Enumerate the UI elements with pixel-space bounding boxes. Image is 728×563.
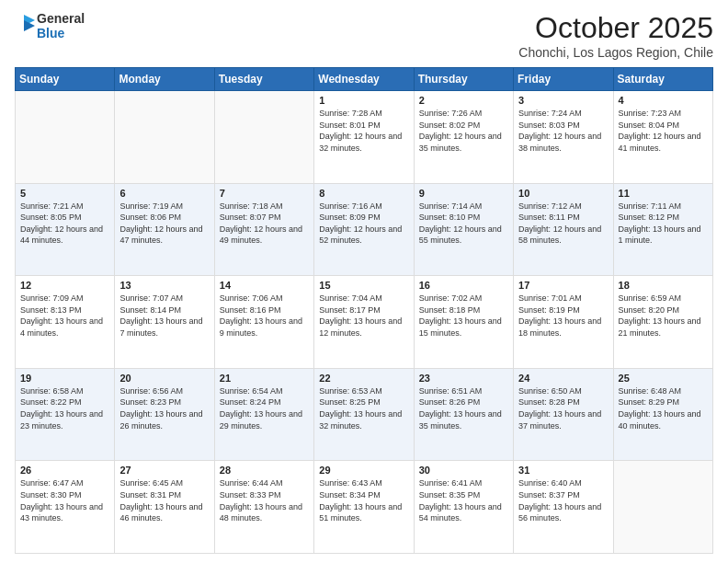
day-cell: 28 Sunrise: 6:44 AM Sunset: 8:33 PM Dayl…	[214, 461, 313, 554]
day-cell	[214, 91, 313, 184]
day-number: 20	[119, 373, 209, 384]
day-sunrise: Sunrise: 6:45 AM	[119, 478, 183, 488]
day-number: 22	[319, 373, 408, 384]
day-sunset: Sunset: 8:02 PM	[419, 121, 481, 130]
day-sunrise: Sunrise: 7:21 AM	[20, 201, 84, 211]
header-thursday: Thursday	[414, 68, 513, 91]
day-number: 28	[220, 465, 309, 476]
day-daylight: Daylight: 13 hours and 54 minutes.	[419, 502, 502, 523]
day-number: 27	[119, 465, 209, 476]
day-daylight: Daylight: 13 hours and 56 minutes.	[518, 502, 601, 523]
header-tuesday: Tuesday	[214, 68, 313, 91]
day-cell: 16 Sunrise: 7:02 AM Sunset: 8:18 PM Dayl…	[414, 276, 513, 369]
day-cell: 27 Sunrise: 6:45 AM Sunset: 8:31 PM Dayl…	[115, 461, 214, 554]
day-sunrise: Sunrise: 6:53 AM	[319, 386, 382, 396]
day-sunset: Sunset: 8:18 PM	[419, 305, 481, 315]
day-cell: 29 Sunrise: 6:43 AM Sunset: 8:34 PM Dayl…	[314, 461, 414, 554]
day-sunset: Sunset: 8:28 PM	[518, 397, 580, 407]
week-row-1: 1 Sunrise: 7:28 AM Sunset: 8:01 PM Dayli…	[16, 91, 713, 184]
day-sunrise: Sunrise: 7:12 AM	[518, 201, 582, 211]
day-sunset: Sunset: 8:17 PM	[319, 305, 381, 315]
page: General Blue October 2025 Chonchi, Los L…	[0, 0, 728, 563]
logo-bird-icon	[15, 11, 35, 44]
day-sunset: Sunset: 8:03 PM	[518, 121, 580, 130]
day-daylight: Daylight: 12 hours and 58 minutes.	[518, 224, 601, 246]
day-sunrise: Sunrise: 6:43 AM	[319, 478, 382, 488]
week-row-4: 19 Sunrise: 6:58 AM Sunset: 8:22 PM Dayl…	[16, 368, 713, 461]
day-daylight: Daylight: 13 hours and 35 minutes.	[419, 409, 502, 431]
day-number: 11	[619, 188, 708, 199]
day-cell: 24 Sunrise: 6:50 AM Sunset: 8:28 PM Dayl…	[514, 368, 613, 461]
day-number: 1	[319, 95, 408, 106]
day-number: 17	[518, 280, 608, 291]
day-sunrise: Sunrise: 6:48 AM	[619, 386, 682, 396]
day-number: 5	[20, 188, 109, 199]
day-number: 6	[119, 188, 209, 199]
day-daylight: Daylight: 13 hours and 15 minutes.	[419, 316, 502, 338]
day-number: 24	[518, 373, 608, 384]
day-sunrise: Sunrise: 7:04 AM	[319, 293, 382, 303]
day-sunset: Sunset: 8:31 PM	[119, 490, 181, 500]
day-sunset: Sunset: 8:10 PM	[419, 213, 481, 222]
day-sunrise: Sunrise: 7:19 AM	[119, 201, 183, 211]
week-row-2: 5 Sunrise: 7:21 AM Sunset: 8:05 PM Dayli…	[16, 183, 713, 276]
header: General Blue October 2025 Chonchi, Los L…	[15, 11, 713, 60]
header-sunday: Sunday	[16, 68, 115, 91]
day-number: 3	[518, 95, 608, 106]
day-cell: 12 Sunrise: 7:09 AM Sunset: 8:13 PM Dayl…	[16, 276, 115, 369]
day-sunrise: Sunrise: 7:26 AM	[419, 109, 483, 118]
day-number: 4	[619, 95, 708, 106]
day-sunset: Sunset: 8:16 PM	[220, 305, 281, 315]
day-sunset: Sunset: 8:13 PM	[20, 305, 82, 315]
day-daylight: Daylight: 13 hours and 9 minutes.	[220, 316, 302, 338]
day-sunset: Sunset: 8:37 PM	[518, 490, 580, 500]
day-sunset: Sunset: 8:24 PM	[220, 397, 281, 407]
day-daylight: Daylight: 13 hours and 51 minutes.	[319, 502, 402, 523]
week-row-3: 12 Sunrise: 7:09 AM Sunset: 8:13 PM Dayl…	[16, 276, 713, 369]
logo-blue: Blue	[37, 26, 85, 40]
day-sunset: Sunset: 8:25 PM	[319, 397, 381, 407]
day-sunrise: Sunrise: 7:28 AM	[319, 109, 382, 118]
day-cell: 25 Sunrise: 6:48 AM Sunset: 8:29 PM Dayl…	[613, 368, 712, 461]
day-sunset: Sunset: 8:09 PM	[319, 213, 381, 222]
header-monday: Monday	[115, 68, 214, 91]
day-sunrise: Sunrise: 7:16 AM	[319, 201, 382, 211]
day-number: 12	[20, 280, 109, 291]
header-friday: Friday	[514, 68, 613, 91]
day-number: 25	[619, 373, 708, 384]
day-daylight: Daylight: 13 hours and 48 minutes.	[220, 502, 302, 523]
week-row-5: 26 Sunrise: 6:47 AM Sunset: 8:30 PM Dayl…	[16, 461, 713, 554]
day-cell: 11 Sunrise: 7:11 AM Sunset: 8:12 PM Dayl…	[613, 183, 712, 276]
day-cell: 30 Sunrise: 6:41 AM Sunset: 8:35 PM Dayl…	[414, 461, 513, 554]
day-daylight: Daylight: 12 hours and 35 minutes.	[419, 132, 502, 153]
day-sunset: Sunset: 8:34 PM	[319, 490, 381, 500]
day-sunrise: Sunrise: 6:50 AM	[518, 386, 582, 396]
day-daylight: Daylight: 13 hours and 1 minute.	[619, 224, 701, 246]
subtitle: Chonchi, Los Lagos Region, Chile	[518, 45, 713, 60]
day-sunrise: Sunrise: 7:07 AM	[119, 293, 183, 303]
day-cell: 15 Sunrise: 7:04 AM Sunset: 8:17 PM Dayl…	[314, 276, 414, 369]
day-sunset: Sunset: 8:12 PM	[619, 213, 680, 222]
month-title: October 2025	[518, 11, 713, 45]
day-cell: 23 Sunrise: 6:51 AM Sunset: 8:26 PM Dayl…	[414, 368, 513, 461]
day-number: 16	[419, 280, 508, 291]
day-cell: 3 Sunrise: 7:24 AM Sunset: 8:03 PM Dayli…	[514, 91, 613, 184]
day-cell: 22 Sunrise: 6:53 AM Sunset: 8:25 PM Dayl…	[314, 368, 414, 461]
day-number: 10	[518, 188, 608, 199]
days-header-row: Sunday Monday Tuesday Wednesday Thursday…	[16, 68, 713, 91]
day-sunrise: Sunrise: 7:23 AM	[619, 109, 682, 118]
day-sunrise: Sunrise: 7:24 AM	[518, 109, 582, 118]
day-daylight: Daylight: 13 hours and 32 minutes.	[319, 409, 402, 431]
day-sunrise: Sunrise: 7:01 AM	[518, 293, 582, 303]
day-sunset: Sunset: 8:19 PM	[518, 305, 580, 315]
header-saturday: Saturday	[613, 68, 712, 91]
day-sunset: Sunset: 8:33 PM	[220, 490, 281, 500]
day-sunset: Sunset: 8:04 PM	[619, 121, 680, 130]
day-sunset: Sunset: 8:29 PM	[619, 397, 680, 407]
day-daylight: Daylight: 13 hours and 46 minutes.	[119, 502, 202, 523]
day-sunrise: Sunrise: 6:41 AM	[419, 478, 483, 488]
day-cell: 2 Sunrise: 7:26 AM Sunset: 8:02 PM Dayli…	[414, 91, 513, 184]
title-section: October 2025 Chonchi, Los Lagos Region, …	[518, 11, 713, 60]
day-number: 30	[419, 465, 508, 476]
day-sunset: Sunset: 8:11 PM	[518, 213, 580, 222]
